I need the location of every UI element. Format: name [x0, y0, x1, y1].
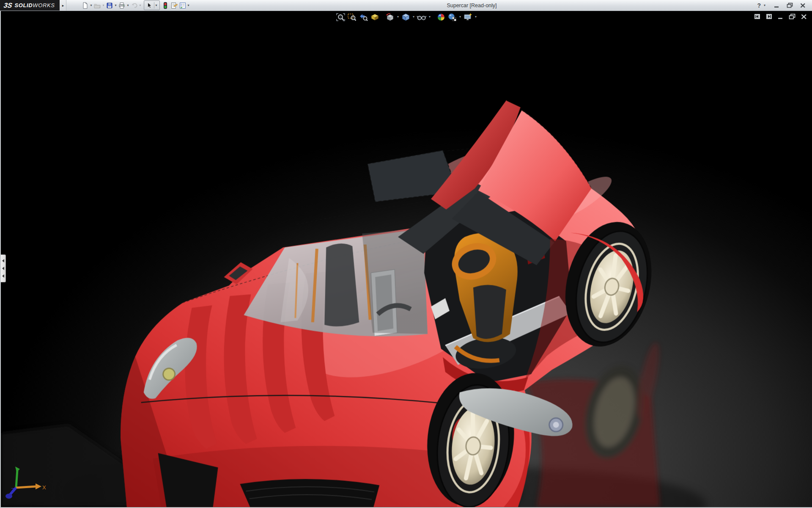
rebuild-button[interactable] [161, 0, 170, 10]
doc-close-button[interactable] [801, 14, 807, 19]
zoom-to-area-button[interactable] [347, 11, 357, 22]
apply-scene-icon [447, 13, 457, 22]
undo-dropdown[interactable]: ▾ [140, 4, 141, 7]
x-axis-label: X [42, 484, 46, 491]
collapse-arrow-icon [2, 259, 4, 262]
options-icon [179, 2, 187, 9]
select-dropdown[interactable]: ▾ [154, 2, 157, 8]
open-button[interactable] [93, 0, 102, 10]
view-orientation-button[interactable] [385, 11, 395, 22]
select-button[interactable] [145, 0, 153, 10]
graphics-viewport[interactable]: ▾ ▾ ▾ [0, 11, 812, 508]
pane-right-icon [766, 14, 772, 19]
print-dropdown[interactable]: ▾ [127, 4, 129, 7]
rebuild-traffic-light-icon [162, 2, 169, 9]
logo-brand-works: WORKS [33, 2, 55, 8]
supercar-3d-model[interactable] [1, 11, 812, 507]
edit-appearance-button[interactable] [436, 11, 446, 22]
edit-appearance-icon [436, 13, 446, 22]
close-icon [800, 3, 806, 8]
options-button[interactable] [178, 0, 187, 10]
zoom-to-area-icon [347, 13, 357, 22]
reference-triad: X Z [5, 464, 47, 500]
display-style-button[interactable] [401, 11, 411, 22]
pane-left-icon [754, 14, 760, 19]
display-style-dropdown[interactable]: ▾ [413, 15, 414, 19]
hide-show-items-button[interactable] [416, 11, 427, 22]
apply-scene-button[interactable] [447, 11, 458, 22]
logo-brand-solid: SOLID [15, 2, 33, 8]
save-button[interactable] [105, 0, 114, 10]
print-icon [118, 2, 126, 9]
heads-up-view-toolbar: ▾ ▾ ▾ [335, 11, 477, 22]
file-properties-button[interactable] [170, 0, 178, 10]
view-settings-icon [463, 13, 473, 22]
solidworks-logo: 3S SOLID WORKS [0, 0, 60, 11]
collapse-arrow-icon [2, 274, 4, 278]
help-icon: ? [757, 2, 761, 9]
undo-icon [131, 2, 138, 9]
minimize-icon [774, 3, 779, 8]
window-controls: ? ▾ [753, 0, 812, 11]
undo-button[interactable] [130, 0, 139, 10]
save-icon [106, 2, 113, 9]
new-dropdown[interactable]: ▾ [90, 4, 92, 7]
document-window-controls [754, 14, 807, 19]
passenger-seat[interactable] [451, 233, 518, 373]
windshield-group [244, 229, 428, 337]
view-orientation-icon [385, 13, 395, 22]
view-settings-button[interactable] [463, 11, 473, 22]
view-orientation-label: *Dimetric [8, 502, 35, 508]
doc-minimize-button[interactable] [778, 14, 783, 19]
view-settings-dropdown[interactable]: ▾ [475, 15, 477, 19]
pane-right-button[interactable] [766, 14, 772, 19]
doc-close-icon [801, 14, 807, 19]
previous-view-icon [359, 13, 368, 22]
standard-toolbar: ▾ ▾ ▾ ▾ [66, 0, 190, 11]
pane-left-button[interactable] [754, 14, 760, 19]
zoom-to-fit-button[interactable] [335, 11, 346, 22]
select-button-group: ▾ [144, 0, 160, 10]
app-close-button[interactable] [800, 3, 806, 8]
file-properties-icon [170, 2, 178, 9]
doc-restore-button[interactable] [789, 14, 796, 19]
open-dropdown[interactable]: ▾ [102, 4, 104, 7]
display-style-icon [401, 13, 411, 22]
z-axis-label: Z [11, 487, 14, 493]
open-folder-icon [93, 2, 101, 9]
hide-show-items-dropdown[interactable]: ▾ [429, 15, 431, 19]
z-axis-cone [5, 494, 12, 499]
save-dropdown[interactable]: ▾ [115, 4, 116, 7]
previous-view-button[interactable] [358, 11, 369, 22]
help-dropdown[interactable]: ▾ [764, 4, 765, 7]
logo-3ds-mark: 3S [3, 2, 13, 9]
menu-flyout-arrow[interactable]: ▸ [60, 0, 66, 11]
section-view-button[interactable] [370, 11, 380, 22]
restore-icon [787, 3, 793, 8]
new-document-icon [81, 2, 89, 9]
featuremanager-expand-tab[interactable] [1, 254, 6, 282]
options-dropdown[interactable]: ▾ [188, 4, 189, 7]
section-view-icon [370, 13, 380, 22]
x-axis-arrow [36, 483, 41, 489]
app-minimize-button[interactable] [774, 3, 779, 8]
flyout-arrow-glyph: ▸ [62, 3, 64, 8]
app-restore-button[interactable] [787, 3, 793, 8]
print-button[interactable] [118, 0, 126, 10]
zoom-to-fit-icon [336, 13, 346, 22]
select-cursor-icon [145, 2, 153, 9]
window-title: Supercar [Read-only] [191, 0, 753, 11]
collapse-arrow-icon [2, 267, 4, 270]
view-orientation-dropdown[interactable]: ▾ [397, 15, 399, 19]
help-button[interactable]: ? ▾ [757, 2, 767, 9]
doc-restore-icon [789, 14, 796, 19]
hide-show-items-icon [417, 13, 427, 22]
title-bar: 3S SOLID WORKS ▸ ▾ ▾ [0, 0, 812, 11]
doc-minimize-icon [778, 14, 783, 19]
new-button[interactable] [81, 0, 89, 10]
apply-scene-dropdown[interactable]: ▾ [459, 15, 461, 19]
